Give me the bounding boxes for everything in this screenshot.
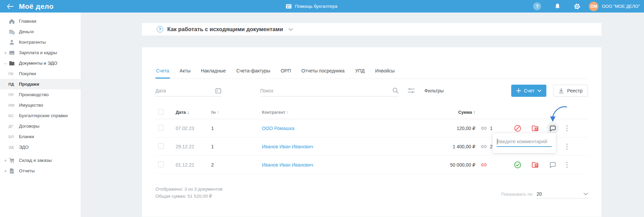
expand-plus-icon[interactable]: +: [3, 50, 7, 56]
row-menu-icon[interactable]: [565, 124, 569, 133]
add-invoice-button[interactable]: Счет: [511, 85, 546, 97]
per-page-control: Показывать по 20: [501, 190, 588, 198]
comment-input[interactable]: [497, 137, 552, 147]
chevron-down-icon: [538, 90, 541, 92]
help-banner: ? Как работать с исходящими документами: [142, 23, 601, 36]
sort-by-contractor[interactable]: Контрагент ↑: [258, 110, 411, 115]
sort-by-date[interactable]: Дата ↓: [172, 110, 208, 115]
help-icon[interactable]: ?: [533, 2, 541, 10]
user-avatar[interactable]: ОМ: [589, 2, 598, 11]
not-paid-icon[interactable]: [514, 124, 522, 132]
chain-link-icon: [480, 143, 487, 150]
chain-link-icon: [480, 125, 487, 132]
linked-docs[interactable]: 1: [475, 125, 507, 132]
sidebar-item-sales[interactable]: ПД Продажи: [0, 79, 81, 89]
chevron-down-icon: [584, 193, 588, 195]
row-checkbox[interactable]: [158, 161, 164, 167]
collapse-minus-icon[interactable]: –: [3, 61, 7, 66]
contractor-link[interactable]: ООО Ромашка: [258, 126, 411, 131]
document-tabs: Счета Акты Накладные Счета-фактуры ОРП О…: [155, 64, 588, 79]
date-filter-input[interactable]: Дата: [155, 85, 221, 96]
expand-plus-icon[interactable]: +: [3, 158, 7, 163]
row-menu-icon[interactable]: [565, 142, 569, 151]
search-icon[interactable]: [392, 87, 399, 94]
folder-icon: [9, 60, 15, 66]
tab-orp[interactable]: ОРП: [280, 64, 292, 79]
tab-upd[interactable]: УПД: [354, 64, 365, 79]
folder-check-icon[interactable]: [531, 161, 539, 169]
cash-icon: [286, 3, 292, 9]
comment-popup: [493, 133, 556, 153]
sidebar-item-purchases[interactable]: ПК Покупки: [0, 68, 81, 79]
sidebar-item-money[interactable]: ₽ Деньги: [0, 26, 81, 37]
chain-link-icon: [480, 161, 487, 168]
sidebar-item-production[interactable]: ПР Производство: [0, 89, 81, 100]
home-icon: [9, 18, 15, 24]
contractor-link[interactable]: Иванов Иван Иванович: [258, 144, 411, 149]
tab-vat-invoices[interactable]: Счета-фактуры: [236, 64, 271, 79]
comment-icon[interactable]: [549, 161, 557, 169]
row-number: 2: [208, 162, 258, 168]
row-actions: [507, 161, 562, 169]
calendar-icon[interactable]: [215, 88, 221, 94]
sidebar-item-edo[interactable]: ЭД ЭДО: [0, 142, 81, 152]
person-icon: [9, 39, 15, 45]
row-checkbox[interactable]: [158, 143, 164, 149]
paid-check-icon[interactable]: [514, 161, 522, 169]
sort-by-number[interactable]: № ↑: [208, 110, 258, 115]
tab-invoices[interactable]: Счета: [155, 64, 170, 79]
select-all-checkbox[interactable]: [158, 109, 164, 115]
tab-invoices-foreign[interactable]: Инвойсы: [374, 64, 395, 79]
sidebar-item-contractors[interactable]: Контрагенты: [0, 37, 81, 47]
notifications-bell-icon[interactable]: [554, 3, 561, 10]
accountant-help-button[interactable]: Помощь бухгалтера: [286, 0, 337, 13]
money-icon: ₽: [9, 29, 15, 35]
comment-icon[interactable]: [549, 124, 557, 132]
sidebar-item-documents-edo[interactable]: – Документы и ЭДО: [0, 58, 81, 68]
registry-download-button[interactable]: Реестр: [553, 85, 588, 97]
sidebar-item-forms[interactable]: БЛ Бланки: [0, 131, 81, 142]
filters-label[interactable]: Фильтры: [424, 88, 444, 93]
row-amount: 120,00 ₽: [411, 126, 475, 131]
row-number: 1: [208, 144, 258, 149]
search-placeholder: Поиск: [260, 88, 273, 93]
filter-sliders-icon[interactable]: [407, 88, 415, 94]
settings-gear-icon[interactable]: [573, 3, 581, 10]
sidebar-item-contracts[interactable]: ДГ Договоры: [0, 121, 81, 131]
accountant-help-label: Помощь бухгалтера: [295, 4, 337, 9]
row-menu-icon[interactable]: [565, 160, 569, 169]
cart-icon: [9, 157, 15, 164]
text-caret: [497, 138, 497, 145]
company-name[interactable]: ООО "МОЕ ДЕЛО": [602, 4, 640, 9]
chevron-down-icon[interactable]: [289, 28, 293, 31]
sidebar-item-property[interactable]: ИМ Имущество: [0, 100, 81, 110]
contractor-link[interactable]: Иванов Иван Иванович: [258, 162, 411, 168]
row-amount: 50 000,00 ₽: [411, 162, 475, 168]
per-page-select[interactable]: 20: [537, 190, 588, 198]
linked-docs[interactable]: [475, 161, 507, 168]
expand-plus-icon[interactable]: +: [3, 168, 7, 174]
sidebar-item-main[interactable]: Главная: [0, 16, 81, 26]
row-date: 29.12.22: [172, 144, 208, 149]
row-checkbox[interactable]: [158, 125, 164, 131]
tab-agent-reports[interactable]: Отчеты посредника: [301, 64, 345, 79]
sidebar-item-warehouse[interactable]: + Склад и заказы: [0, 155, 81, 166]
sidebar-item-reports[interactable]: + Отчеты: [0, 166, 81, 176]
folder-check-icon[interactable]: [531, 124, 539, 132]
sort-by-amount[interactable]: Сумма ↑: [411, 110, 475, 115]
tab-acts[interactable]: Акты: [179, 64, 191, 79]
search-input[interactable]: Поиск: [260, 85, 399, 96]
total-amount: Общая сумма: 51 520,00 ₽: [155, 193, 223, 200]
sidebar-item-salary[interactable]: + Зарплата и кадры: [0, 47, 81, 58]
table-row: 01.12.22 2 Иванов Иван Иванович 50 000,0…: [155, 156, 588, 174]
svg-text:₽: ₽: [13, 31, 14, 34]
tab-waybills[interactable]: Накладные: [200, 64, 227, 79]
row-date: 07.02.23: [172, 126, 208, 131]
back-arrow-icon[interactable]: [6, 2, 14, 10]
sidebar-item-accounting-certificates[interactable]: БС Бухгалтерские справки: [0, 110, 81, 121]
topbar: Моё дело Помощь бухгалтера ? ОМ ООО "МОЕ…: [0, 0, 644, 13]
help-banner-title: Как работать с исходящими документами: [167, 26, 283, 32]
row-date: 01.12.22: [172, 162, 208, 168]
row-amount: 1 400,00 ₽: [411, 144, 475, 149]
report-icon: [9, 168, 15, 174]
